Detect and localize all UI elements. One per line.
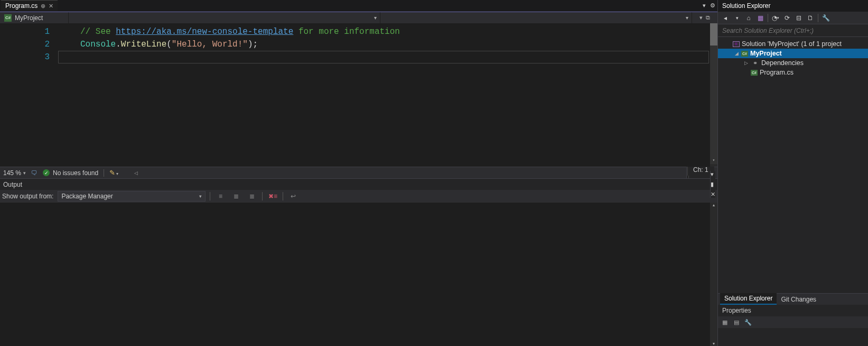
solution-node[interactable]: ▦ Solution 'MyProject' (1 of 1 project [718,39,868,49]
project-label: MyProject [750,50,782,57]
clear-all-icon[interactable]: ✖≡ [267,191,278,202]
split-editor-icon[interactable]: ⧉ [706,14,710,21]
line-number-gutter: 1 2 3 [0,23,58,167]
show-all-files-icon[interactable]: 🗋 [805,13,816,23]
chevron-down-icon: ▾ [199,194,202,199]
code-area[interactable]: // See https://aka.ms/new-console-templa… [58,23,717,167]
split-dropdown-icon[interactable]: ▾ [699,14,703,21]
csharp-project-icon: C# [4,14,12,22]
switch-views-icon[interactable]: ▦ [755,13,766,23]
project-node[interactable]: ◢ C# MyProject [718,49,868,58]
nav-project-label: MyProject [15,14,43,22]
nav-prev-icon[interactable]: ◁ [134,170,138,176]
scroll-up-icon[interactable]: ▴ [710,203,717,207]
csharp-file-icon: C# [751,70,758,76]
side-panel-tabs: Solution Explorer Git Changes [718,293,868,305]
toggle-2-icon[interactable]: ≣ [246,191,258,202]
nav-member-selector[interactable]: ▾ [380,12,692,23]
check-icon: ✓ [43,169,50,176]
file-tab-label: Program.cs [5,2,38,10]
dependencies-icon: ⚭ [751,59,759,67]
properties-title: Properties [718,305,868,316]
categorize-icon[interactable]: ▦ [720,319,730,326]
back-icon[interactable]: ◂ [720,13,731,23]
alphabetical-icon[interactable]: ▤ [732,319,741,326]
csharp-project-icon: C# [741,51,748,57]
issues-indicator[interactable]: ✓ No issues found [43,169,98,177]
chevron-down-icon: ▾ [23,170,26,176]
solution-explorer-search[interactable] [718,24,868,37]
dependencies-label: Dependencies [761,59,804,67]
vertical-scrollbar[interactable]: ▾ [710,23,717,167]
zoom-value: 145 % [3,169,21,177]
file-node-programcs[interactable]: C# Program.cs [718,68,868,77]
file-tab-programcs[interactable]: Program.cs ⊕ ✕ [1,0,58,11]
code-editor[interactable]: 1 2 3 // See https://aka.ms/new-console-… [0,23,717,167]
scroll-down-icon[interactable]: ▾ [710,341,717,346]
code-line[interactable]: // See https://aka.ms/new-console-templa… [58,25,717,38]
nav-scope-selector[interactable]: ▾ [69,12,380,23]
close-icon[interactable]: ✕ [49,3,53,10]
chevron-down-icon: ▾ [374,15,377,21]
collapse-all-icon[interactable]: ⊟ [794,13,804,23]
pin-icon[interactable]: ▮ [711,181,715,188]
expand-icon[interactable]: ◢ [734,51,739,56]
word-wrap-icon[interactable]: ↩ [287,191,299,202]
scroll-down-icon[interactable]: ▾ [710,154,717,167]
show-output-from-label: Show output from: [2,193,53,200]
scrollbar-thumb[interactable] [710,23,717,45]
solution-explorer-toolbar: ◂ ▾ ⌂ ▦ ◔▾ ⟳ ⊟ 🗋 🔧 [718,12,868,24]
editor-navigation-bar: C# MyProject ▾ ▾ ▾ ⧉ [0,12,717,23]
solution-label: Solution 'MyProject' (1 of 1 project [742,40,842,48]
brush-cleanup-icon[interactable]: ✎▾ [109,169,118,177]
output-source-value: Package Manager [61,193,113,200]
properties-icon[interactable]: 🔧 [820,13,831,23]
output-panel-title: Output [3,181,22,188]
panel-dropdown-icon[interactable]: ▾ [711,171,715,178]
forward-dropdown-icon[interactable]: ▾ [732,13,742,23]
tab-git-changes[interactable]: Git Changes [777,294,820,305]
properties-toolbar: ▦ ▤ 🔧 [718,316,868,328]
home-icon[interactable]: ⌂ [743,13,754,23]
zoom-selector[interactable]: 145 % ▾ [3,169,26,177]
close-icon[interactable]: ✕ [711,191,715,198]
search-input[interactable] [722,27,864,34]
solution-explorer-title: Solution Explorer [718,0,868,12]
issues-text: No issues found [53,169,98,177]
tab-solution-explorer[interactable]: Solution Explorer [720,293,777,305]
refresh-icon[interactable]: ⟳ [782,13,792,23]
output-panel-header: Output ▾ ▮ ✕ [0,178,717,190]
gear-icon[interactable]: ⚙ [709,1,716,10]
solution-icon: ▦ [733,41,740,47]
output-text-area[interactable]: ▴ ▾ [0,203,717,346]
nav-project-selector[interactable]: C# MyProject [0,12,69,23]
code-line[interactable]: Console.WriteLine("Hello, World!"); [58,38,717,51]
output-scrollbar[interactable]: ▴ ▾ [710,203,717,346]
expand-icon[interactable]: ▷ [743,60,749,66]
toggle-1-icon[interactable]: ≣ [230,191,242,202]
sync-dropdown-icon[interactable]: ◔▾ [770,13,781,23]
clear-output-icon[interactable]: ≡ [214,191,226,202]
output-source-selector[interactable]: Package Manager ▾ [58,191,206,202]
props-wrench-icon[interactable]: 🔧 [743,319,753,326]
dependencies-node[interactable]: ▷ ⚭ Dependencies [718,58,868,68]
feedback-icon[interactable]: 🗨 [31,169,38,177]
chevron-down-icon: ▾ [686,15,688,21]
line-number: 2 [0,38,50,51]
solution-tree[interactable]: ▦ Solution 'MyProject' (1 of 1 project ◢… [718,37,868,293]
line-number: 3 [0,51,50,63]
editor-status-bar: 145 % ▾ 🗨 ✓ No issues found ✎▾ ◁ ▷ Ln: 3… [0,167,717,178]
editor-tab-bar: Program.cs ⊕ ✕ ▾ ⚙ [0,0,717,12]
line-number: 1 [0,25,50,38]
output-toolbar: Show output from: Package Manager ▾ ≡ ≣ … [0,190,717,203]
code-line-current[interactable] [58,51,709,63]
file-label: Program.cs [760,69,794,76]
pin-icon[interactable]: ⊕ [41,3,45,10]
tab-menu-dropdown-icon[interactable]: ▾ [702,1,707,10]
properties-panel: Properties ▦ ▤ 🔧 [718,305,868,346]
